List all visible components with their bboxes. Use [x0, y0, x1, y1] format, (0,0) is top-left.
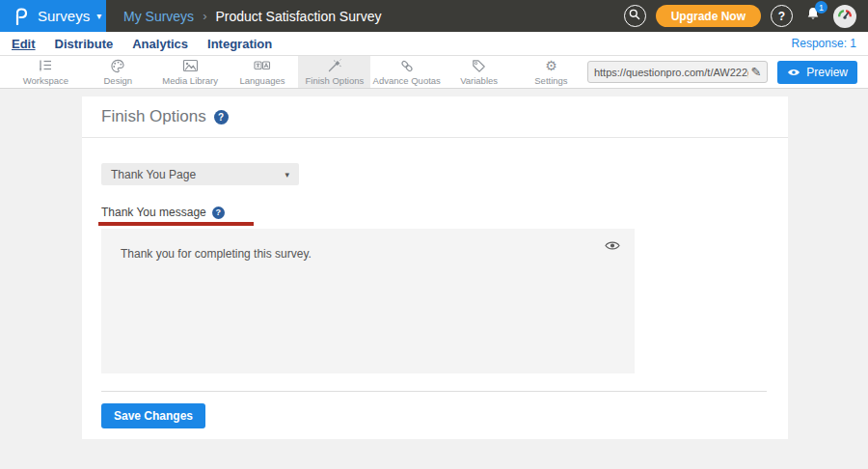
magic-wand-icon	[327, 59, 341, 73]
survey-nav: Edit Distribute Analytics Integration Re…	[0, 32, 868, 56]
card-body: Thank You Page ▾ Thank You message ? Tha…	[82, 138, 788, 428]
tool-languages-label: Languages	[239, 75, 285, 86]
breadcrumb-my-surveys[interactable]: My Surveys	[123, 9, 194, 24]
tool-variables-label: Variables	[460, 75, 498, 86]
tab-distribute[interactable]: Distribute	[55, 37, 114, 51]
response-count[interactable]: Response: 1	[792, 37, 856, 50]
tool-settings-label: Settings	[534, 75, 567, 86]
upgrade-now-button[interactable]: Upgrade Now	[656, 5, 761, 27]
topbar: Surveys ▾ My Surveys › Product Satisfact…	[0, 0, 868, 32]
tool-advance-quotas[interactable]: Advance Quotas	[370, 56, 443, 88]
search-icon	[629, 9, 640, 23]
workspace-icon	[38, 59, 53, 73]
tool-media-library-label: Media Library	[162, 75, 218, 86]
finish-options-card: Finish Options ? Thank You Page ▾ Thank …	[82, 97, 788, 439]
tool-design-label: Design	[104, 75, 133, 86]
tab-analytics[interactable]: Analytics	[132, 37, 188, 51]
help-button[interactable]: ?	[771, 5, 793, 27]
preview-button-label: Preview	[806, 66, 848, 79]
avatar[interactable]	[833, 5, 856, 28]
image-icon	[182, 59, 199, 73]
section-divider	[101, 391, 767, 392]
questionpro-logo-icon	[13, 8, 29, 25]
annotation-red-underline	[98, 222, 254, 226]
message-preview-eye-icon[interactable]	[605, 237, 620, 255]
card-header: Finish Options ?	[82, 97, 788, 138]
chevron-down-icon: ▾	[96, 11, 101, 21]
chevron-down-icon: ▾	[285, 170, 289, 179]
tool-finish-options-label: Finish Options	[306, 75, 365, 86]
edit-url-icon[interactable]: ✎	[750, 65, 761, 79]
notification-count-badge: 1	[815, 1, 827, 14]
breadcrumb-current-survey: Product Satisfaction Survey	[215, 9, 381, 24]
tool-advance-quotas-label: Advance Quotas	[373, 75, 441, 86]
page-title: Finish Options	[101, 107, 206, 126]
message-label-row: Thank You message ?	[101, 206, 769, 219]
gear-icon: ⚙	[545, 59, 557, 73]
tool-languages[interactable]: Languages	[227, 56, 299, 88]
question-mark-icon: ?	[778, 10, 785, 23]
finish-options-help-icon[interactable]: ?	[214, 110, 229, 124]
tag-icon	[472, 59, 486, 73]
gauge-icon	[836, 6, 854, 27]
thank-you-message-text: Thank you for completing this survey.	[121, 247, 312, 261]
topbar-actions: Upgrade Now ? 1	[624, 5, 856, 28]
tab-integration[interactable]: Integration	[207, 37, 272, 51]
notifications-button[interactable]: 1	[802, 5, 824, 27]
edit-toolbar: Workspace Design Media Library	[0, 56, 868, 89]
finish-type-selected-value: Thank You Page	[111, 168, 196, 181]
tool-workspace-label: Workspace	[23, 75, 68, 86]
preview-button[interactable]: Preview	[777, 61, 857, 84]
survey-url-field: ✎	[587, 61, 768, 83]
tool-media-library[interactable]: Media Library	[154, 56, 227, 88]
thank-you-message-help-icon[interactable]: ?	[212, 207, 225, 219]
breadcrumb-separator-icon: ›	[203, 9, 206, 23]
finish-type-select[interactable]: Thank You Page ▾	[101, 163, 299, 185]
content-area: Finish Options ? Thank You Page ▾ Thank …	[0, 89, 868, 468]
tool-settings[interactable]: ⚙ Settings	[515, 56, 587, 88]
translate-icon	[254, 59, 271, 73]
tool-design[interactable]: Design	[82, 56, 154, 88]
tool-workspace[interactable]: Workspace	[10, 56, 82, 88]
save-changes-button[interactable]: Save Changes	[101, 403, 205, 428]
tab-edit[interactable]: Edit	[12, 37, 36, 51]
thank-you-message-textarea[interactable]: Thank you for completing this survey.	[101, 229, 635, 373]
product-menu-label: Surveys	[38, 8, 90, 24]
survey-url-input[interactable]	[594, 67, 748, 78]
surveys-menu[interactable]: Surveys ▾	[0, 0, 106, 32]
thank-you-message-label: Thank You message	[101, 206, 206, 219]
tool-variables[interactable]: Variables	[443, 56, 515, 88]
chain-links-icon	[399, 59, 415, 73]
eye-icon	[787, 68, 800, 77]
tool-finish-options[interactable]: Finish Options	[298, 56, 370, 88]
search-button[interactable]	[624, 5, 646, 27]
breadcrumb: My Surveys › Product Satisfaction Survey	[123, 9, 381, 24]
palette-icon	[110, 59, 125, 73]
